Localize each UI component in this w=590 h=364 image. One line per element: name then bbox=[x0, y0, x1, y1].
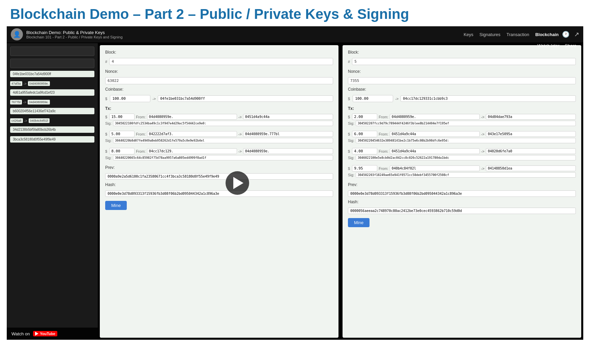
block5-tx3-sig[interactable] bbox=[356, 155, 576, 160]
sidebar-from-2: 7677bl bbox=[10, 100, 22, 104]
blockchain-content: 04fe1be031bc7a54d900ff 47af3a -> 04d4080… bbox=[7, 43, 583, 340]
block4-prev-label: Prev: bbox=[105, 165, 333, 170]
block4-coinbase-amount[interactable] bbox=[110, 95, 150, 102]
block4-coinbase-addr[interactable] bbox=[158, 95, 333, 102]
block4-tx-label: Tx: bbox=[105, 106, 333, 111]
block5-tx4: $ From: -> Sig: bbox=[348, 165, 576, 180]
block5-coinbase-row: $ -> bbox=[348, 95, 576, 102]
block4-block-label: Block: bbox=[105, 50, 333, 55]
nav-blockchain[interactable]: Blockchain bbox=[535, 32, 559, 37]
block4-tx2-amount[interactable] bbox=[109, 131, 135, 137]
blocks-area: Block: # Nonce: Coinbase: $ -> Tx: bbox=[98, 43, 583, 340]
share-btn[interactable]: Share bbox=[565, 43, 577, 48]
block4-tx3-sig-row: Sig: bbox=[105, 155, 333, 160]
block5-tx1-amount[interactable] bbox=[352, 114, 377, 120]
video-title-bar: Blockchain Demo: Public & Private Keys B… bbox=[26, 30, 460, 39]
sidebar-to-3: 040b4c84f02l bbox=[29, 118, 50, 123]
block5-tx3: $ From: -> Sig: bbox=[348, 148, 576, 162]
block5-tx1-sig-row: Sig: bbox=[348, 121, 576, 126]
block5-coinbase-amount[interactable] bbox=[353, 95, 393, 102]
block5-tx4-to[interactable] bbox=[486, 165, 576, 171]
nav-keys[interactable]: Keys bbox=[464, 32, 473, 37]
block4-tx3-row: $ From: -> bbox=[105, 148, 333, 154]
block4-hash-label: Hash: bbox=[105, 182, 333, 187]
block5-tx1-to[interactable] bbox=[486, 114, 576, 120]
clock-icon[interactable]: 🕐 bbox=[562, 31, 569, 38]
block5-tx4-amount[interactable] bbox=[352, 165, 377, 172]
block4-tx3-amount[interactable] bbox=[109, 148, 135, 154]
block5-hash-label: Hash: bbox=[348, 200, 576, 204]
block4-tx3-to[interactable] bbox=[243, 148, 333, 154]
yt-play-icon bbox=[35, 332, 38, 336]
block4-prev-input[interactable] bbox=[105, 173, 333, 180]
block5-tx2-amount[interactable] bbox=[352, 131, 377, 137]
sidebar-input-2[interactable] bbox=[10, 59, 94, 68]
block4-tx1-amount[interactable] bbox=[109, 114, 135, 120]
sidebar-hash-4: 3bca3c58180d0f55e49f9e49 bbox=[10, 136, 94, 143]
left-sidebar: 04fe1be031bc7a54d900ff 47af3a -> 04d4080… bbox=[7, 43, 98, 340]
block4-tx1-from[interactable] bbox=[147, 114, 237, 120]
block5-prev-label: Prev: bbox=[348, 182, 576, 187]
play-triangle-icon bbox=[233, 177, 243, 189]
block4-tx1-sig[interactable] bbox=[113, 121, 333, 126]
video-overlay-controls: Watch later Share bbox=[537, 43, 577, 48]
block4-tx2-to[interactable] bbox=[243, 131, 333, 137]
block4-tx3: $ From: -> Sig: bbox=[105, 148, 333, 162]
sidebar-to-2: 04d4080959e. bbox=[28, 100, 50, 104]
block5-prev-input[interactable] bbox=[348, 190, 576, 197]
block5-num-input[interactable] bbox=[352, 58, 576, 65]
block5-coinbase-addr[interactable] bbox=[401, 95, 576, 102]
block5-panel: Block: # Nonce: Coinbase: $ -> Tx: bbox=[343, 45, 581, 338]
block4-hash-input[interactable] bbox=[105, 190, 333, 197]
block5-tx2-to[interactable] bbox=[486, 131, 576, 137]
sidebar-from-3: c426a8 bbox=[10, 118, 23, 123]
block4-tx3-from[interactable] bbox=[147, 148, 237, 154]
block5-mine-button[interactable]: Mine bbox=[348, 218, 370, 227]
nav-signatures[interactable]: Signatures bbox=[479, 32, 500, 37]
block5-coinbase-label: Coinbase: bbox=[348, 87, 576, 92]
topbar-icons: 🕐 ↗ bbox=[562, 31, 579, 38]
sidebar-tx-2: 7677bl -> 04d4080959e. bbox=[10, 99, 94, 105]
block4-tx1-sig-row: Sig: bbox=[105, 121, 333, 126]
block5-tx4-from[interactable] bbox=[390, 165, 480, 171]
play-button[interactable] bbox=[226, 171, 249, 195]
block5-tx1-sig[interactable] bbox=[356, 121, 576, 126]
block4-tx3-sig[interactable] bbox=[113, 155, 333, 160]
block4-tx1-to[interactable] bbox=[243, 114, 333, 120]
avatar: 👤 bbox=[11, 28, 23, 40]
block5-block-label: Block: bbox=[348, 50, 576, 55]
sidebar-input-1[interactable] bbox=[10, 47, 94, 56]
youtube-logo[interactable]: YouTube bbox=[33, 331, 57, 336]
sidebar-hash-3: b600204f56e11436ef742a9c bbox=[10, 108, 94, 114]
block4-tx1: $ From: -> Sig: bbox=[105, 114, 333, 128]
block5-tx3-to[interactable] bbox=[486, 148, 576, 154]
block5-tx4-row: $ From: -> bbox=[348, 165, 576, 172]
block5-tx3-amount[interactable] bbox=[352, 148, 377, 154]
watch-on-label: Watch on bbox=[11, 331, 30, 336]
block5-tx1-from[interactable] bbox=[390, 114, 480, 120]
block4-mine-button[interactable]: Mine bbox=[105, 201, 127, 210]
block5-tx2-sig[interactable] bbox=[356, 138, 576, 143]
block4-nonce-input[interactable] bbox=[105, 77, 333, 84]
block5-tx1-row: $ From: -> bbox=[348, 114, 576, 120]
block4-tx2-sig[interactable] bbox=[113, 138, 333, 143]
block5-tx3-from[interactable] bbox=[390, 148, 480, 154]
block5-tx3-sig-row: Sig: bbox=[348, 155, 576, 160]
block4-coinbase-row: $ -> bbox=[105, 95, 333, 102]
nav-transaction[interactable]: Transaction bbox=[506, 32, 529, 37]
block5-tx2: $ From: -> Sig: bbox=[348, 131, 576, 145]
block5-nonce-input[interactable] bbox=[348, 77, 576, 84]
block5-num-row: # bbox=[348, 58, 576, 65]
block5-tx2-from[interactable] bbox=[390, 131, 480, 137]
sidebar-hash-2: 4d61a955afedc1a9fcd1ef23 bbox=[10, 89, 94, 96]
sidebar-hash-1: 04fe1be031bc7a54d900ff bbox=[10, 71, 94, 77]
share-icon[interactable]: ↗ bbox=[574, 31, 579, 38]
block4-tx2-from[interactable] bbox=[147, 131, 237, 137]
block4-num-input[interactable] bbox=[109, 58, 333, 65]
block5-hash-input[interactable] bbox=[348, 208, 576, 214]
watch-later-btn[interactable]: Watch later bbox=[537, 43, 559, 48]
block5-tx4-sig[interactable] bbox=[356, 172, 576, 178]
page-title: Blockchain Demo – Part 2 – Public / Priv… bbox=[0, 0, 590, 26]
block4-coinbase-label: Coinbase: bbox=[105, 87, 333, 92]
sidebar-to-1: 04d4080959e. bbox=[28, 81, 50, 86]
